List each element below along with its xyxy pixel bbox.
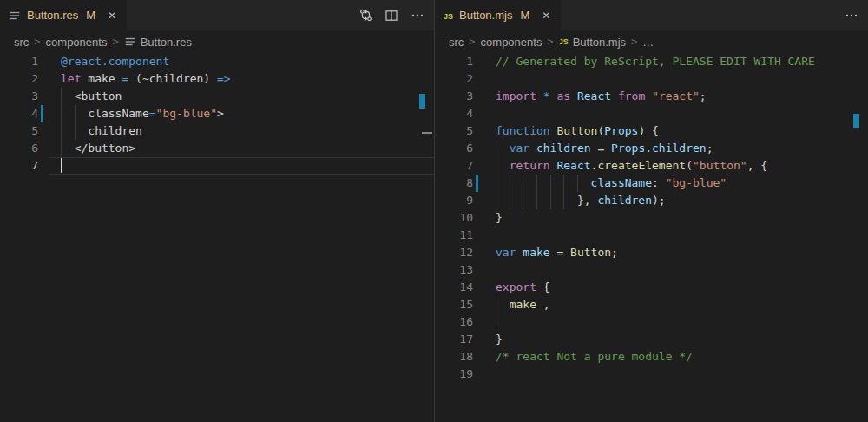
tab-button-res[interactable]: Button.res M ✕ xyxy=(0,0,127,30)
gutter-modified-indicator xyxy=(476,175,478,192)
tab-title: Button.res xyxy=(26,9,78,22)
code-line[interactable]: 19 xyxy=(435,366,868,383)
code-line[interactable]: 10} xyxy=(435,209,868,227)
code-line[interactable]: 4 className="bg-blue"> xyxy=(0,105,434,122)
code-text: <button xyxy=(61,88,122,105)
close-tab-icon[interactable]: ✕ xyxy=(108,10,116,21)
git-modified-badge: M xyxy=(86,9,95,22)
line-number: 8 xyxy=(435,175,473,192)
breadcrumb-item[interactable]: Button.res xyxy=(124,36,192,49)
code-line[interactable]: 2 xyxy=(435,70,868,88)
indent-guide xyxy=(496,313,496,331)
breadcrumb-label: src xyxy=(449,36,464,49)
code-line[interactable]: 8 className: "bg-blue" xyxy=(435,175,868,192)
code-text: export { xyxy=(496,279,550,296)
breadcrumb-separator: > xyxy=(631,36,637,48)
line-number: 19 xyxy=(435,366,473,383)
more-actions-icon[interactable] xyxy=(844,8,859,23)
breadcrumb-label: Button.res xyxy=(141,36,192,49)
file-icon xyxy=(9,10,21,22)
editor-actions xyxy=(844,0,859,30)
code-text: function Button(Props) { xyxy=(496,122,659,140)
code-line[interactable]: 2let make = (~children) => xyxy=(0,70,434,88)
code-text: }, children); xyxy=(496,192,666,209)
code-line[interactable]: 16 xyxy=(435,313,868,331)
tab-button-mjs[interactable]: JS Button.mjs M ✕ xyxy=(435,0,561,30)
js-icon: JS xyxy=(444,12,453,21)
code-line[interactable]: 7 return React.createElement("button", { xyxy=(435,157,868,175)
line-number: 2 xyxy=(435,70,473,88)
breadcrumb-item[interactable]: src xyxy=(449,36,464,49)
code-line[interactable]: 17} xyxy=(435,331,868,348)
line-number: 6 xyxy=(0,140,38,157)
line-number: 5 xyxy=(435,122,473,140)
code-line[interactable]: 3 <button xyxy=(0,88,434,105)
code-line[interactable]: 5function Button(Props) { xyxy=(435,122,868,140)
code-line[interactable]: 6 </button> xyxy=(0,140,434,157)
code-line[interactable]: 7 xyxy=(0,157,434,175)
code-text: @react.component xyxy=(61,53,169,70)
breadcrumb-item[interactable]: … xyxy=(642,36,654,49)
vscode-workbench: Button.res M ✕ src>components>Button.res… xyxy=(0,0,868,422)
code-text: make , xyxy=(496,296,550,313)
code-line[interactable]: 11 xyxy=(435,227,868,244)
code-text: </button> xyxy=(61,140,135,157)
code-line[interactable]: 9 }, children); xyxy=(435,192,868,209)
line-number: 3 xyxy=(435,88,473,105)
text-cursor xyxy=(61,158,62,173)
open-changes-icon[interactable] xyxy=(358,8,373,23)
current-line-highlight xyxy=(49,157,434,175)
code-text: className="bg-blue"> xyxy=(61,105,224,122)
line-number: 1 xyxy=(435,53,473,70)
code-text: // Generated by ReScript, PLEASE EDIT WI… xyxy=(496,53,815,70)
breadcrumb-item[interactable]: components xyxy=(481,36,542,49)
editor-group-left: Button.res M ✕ src>components>Button.res… xyxy=(0,0,434,422)
editor-actions xyxy=(358,0,425,30)
code-line[interactable]: 3import * as React from "react"; xyxy=(435,88,868,105)
code-line[interactable]: 13 xyxy=(435,261,868,279)
line-number: 2 xyxy=(0,70,38,88)
breadcrumb-label: src xyxy=(14,36,29,49)
line-number: 17 xyxy=(435,331,473,348)
tab-bar: JS Button.mjs M ✕ xyxy=(435,0,868,30)
code-text: return React.createElement("button", { xyxy=(496,157,767,175)
line-number: 16 xyxy=(435,313,473,331)
breadcrumb: src>components>JSButton.mjs>… xyxy=(435,30,868,53)
code-editor[interactable]: 1// Generated by ReScript, PLEASE EDIT W… xyxy=(435,53,868,422)
code-line[interactable]: 12var make = Button; xyxy=(435,244,868,261)
code-text: className: "bg-blue" xyxy=(496,175,727,192)
code-text: var children = Props.children; xyxy=(496,140,713,157)
code-text: import * as React from "react"; xyxy=(496,88,707,105)
code-line[interactable]: 14export { xyxy=(435,279,868,296)
code-line[interactable]: 6 var children = Props.children; xyxy=(435,140,868,157)
line-number: 7 xyxy=(0,157,38,175)
close-tab-icon[interactable]: ✕ xyxy=(542,10,550,21)
code-line[interactable]: 18/* react Not a pure module */ xyxy=(435,348,868,366)
breadcrumb-item[interactable]: src xyxy=(14,36,29,49)
js-icon: JS xyxy=(559,37,569,46)
breadcrumb-item[interactable]: JSButton.mjs xyxy=(559,36,626,49)
line-number: 6 xyxy=(435,140,473,157)
split-editor-icon[interactable] xyxy=(384,8,399,23)
code-line[interactable]: 1@react.component xyxy=(0,53,434,70)
line-number: 3 xyxy=(0,88,38,105)
tab-title: Button.mjs xyxy=(458,9,512,22)
line-number: 4 xyxy=(0,105,38,122)
code-line[interactable]: 1// Generated by ReScript, PLEASE EDIT W… xyxy=(435,53,868,70)
more-actions-icon[interactable] xyxy=(410,8,425,23)
breadcrumb-separator: > xyxy=(112,36,118,48)
code-editor[interactable]: 1@react.component2let make = (~children)… xyxy=(0,53,434,422)
breadcrumb-separator: > xyxy=(34,36,40,48)
breadcrumb-separator: > xyxy=(469,36,475,48)
code-text: /* react Not a pure module */ xyxy=(496,348,693,366)
code-line[interactable]: 5 children xyxy=(0,122,434,140)
code-line[interactable]: 15 make , xyxy=(435,296,868,313)
overview-ruler-cursor-mark xyxy=(422,132,432,134)
breadcrumb-item[interactable]: components xyxy=(46,36,108,49)
line-number: 10 xyxy=(435,209,473,227)
tab-bar: Button.res M ✕ xyxy=(0,0,434,30)
line-number: 15 xyxy=(435,296,473,313)
line-number: 12 xyxy=(435,244,473,261)
code-text: var make = Button; xyxy=(496,244,618,261)
code-line[interactable]: 4 xyxy=(435,105,868,122)
